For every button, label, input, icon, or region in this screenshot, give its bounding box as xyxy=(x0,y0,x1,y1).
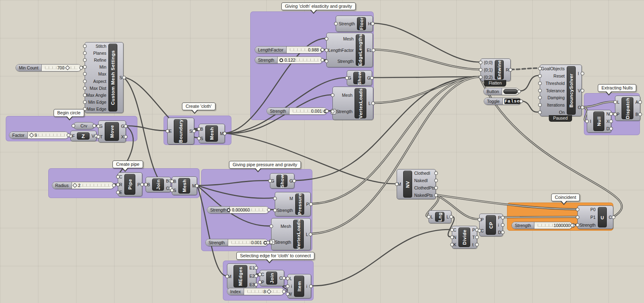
node-nullComp[interactable]: INullNXD xyxy=(587,110,611,133)
node-boundary[interactable]: EBoundaryS xyxy=(167,118,194,145)
slider-radius[interactable]: Radius2 xyxy=(52,182,114,189)
wire[interactable] xyxy=(311,229,451,286)
output-port[interactable] xyxy=(501,231,505,234)
output-port[interactable] xyxy=(509,68,512,72)
input-port[interactable] xyxy=(450,236,454,239)
input-port[interactable] xyxy=(334,22,338,26)
input-port[interactable] xyxy=(479,61,482,65)
input-port[interactable] xyxy=(83,65,87,69)
output-port[interactable] xyxy=(67,134,70,137)
output-port[interactable] xyxy=(79,66,83,70)
slider-strengthPr[interactable]: Strength0.000060 xyxy=(207,206,269,214)
output-port[interactable] xyxy=(195,184,199,188)
slider-strengthVLc[interactable]: Strength0.001 xyxy=(267,107,327,115)
output-port[interactable] xyxy=(609,112,613,116)
input-port[interactable] xyxy=(72,124,75,128)
slider-track[interactable]: 700 xyxy=(42,65,81,71)
node-dispatch[interactable]: LPDispatchAB xyxy=(615,96,640,121)
slider-knob[interactable] xyxy=(65,65,70,70)
node-cp[interactable]: PCCPPiD xyxy=(479,214,503,236)
wire[interactable] xyxy=(197,185,274,198)
input-port[interactable] xyxy=(286,292,289,296)
output-port[interactable] xyxy=(581,106,584,109)
output-port[interactable] xyxy=(475,243,479,247)
wire[interactable] xyxy=(294,77,480,180)
param-crv[interactable]: Crv xyxy=(73,122,94,129)
output-port[interactable] xyxy=(282,276,286,280)
output-port[interactable] xyxy=(292,179,296,183)
input-port[interactable] xyxy=(83,58,87,62)
slider-lengthFactor[interactable]: LengthFactor0.988 xyxy=(255,46,323,53)
input-port[interactable] xyxy=(479,76,482,79)
output-port[interactable] xyxy=(254,274,258,278)
output-port[interactable] xyxy=(122,76,126,80)
input-port[interactable] xyxy=(325,60,328,63)
output-port[interactable] xyxy=(321,48,324,52)
input-port[interactable] xyxy=(258,280,262,284)
output-port[interactable] xyxy=(254,283,258,286)
node-coinc[interactable]: P0P1Strength∪C xyxy=(577,205,613,229)
output-port[interactable] xyxy=(581,89,584,92)
wire[interactable] xyxy=(197,185,226,276)
input-port[interactable] xyxy=(478,218,481,221)
input-port[interactable] xyxy=(331,94,334,97)
input-port[interactable] xyxy=(83,86,87,90)
node-vloadsPipe[interactable]: Mesh✳StrengthVertexLoadsL xyxy=(271,218,311,250)
input-port[interactable] xyxy=(538,81,542,85)
toggle-component[interactable]: ToggleFalse xyxy=(484,98,521,105)
slider-knob[interactable] xyxy=(72,183,77,187)
node-medges[interactable]: MMEdgesE1E2E3 xyxy=(227,263,256,289)
wire[interactable] xyxy=(197,185,270,226)
slider-knob[interactable] xyxy=(267,289,271,294)
input-port[interactable] xyxy=(144,183,148,187)
output-port[interactable] xyxy=(612,216,615,219)
input-port[interactable] xyxy=(331,110,334,114)
input-port[interactable] xyxy=(286,276,289,280)
output-port[interactable] xyxy=(475,236,479,239)
output-port[interactable] xyxy=(519,100,523,103)
button-component[interactable]: Button xyxy=(483,88,519,95)
output-port[interactable] xyxy=(372,48,375,52)
slider-factor[interactable]: Factor9 xyxy=(9,131,69,139)
node-bouncy[interactable]: GoalObjectsResetThresholdToleranceDampin… xyxy=(540,65,582,116)
input-port[interactable] xyxy=(538,96,542,100)
output-port[interactable] xyxy=(192,129,196,133)
wire[interactable] xyxy=(511,68,539,69)
slider-track[interactable]: 0.988 xyxy=(287,47,322,53)
input-port[interactable] xyxy=(116,190,120,194)
input-port[interactable] xyxy=(427,215,431,219)
output-port[interactable] xyxy=(638,100,642,104)
input-port[interactable] xyxy=(395,183,399,186)
slider-track[interactable]: 0.000060 xyxy=(230,207,269,213)
push-button[interactable] xyxy=(503,89,518,94)
output-port[interactable] xyxy=(266,241,270,245)
output-port[interactable] xyxy=(254,266,258,270)
slider-track[interactable]: 9 xyxy=(28,132,68,138)
input-port[interactable] xyxy=(268,179,272,183)
node-showPipe[interactable]: GShowG xyxy=(270,173,294,189)
slider-track[interactable]: 8 xyxy=(244,288,284,295)
input-port[interactable] xyxy=(479,68,482,72)
input-port[interactable] xyxy=(116,183,120,186)
toggle-value[interactable]: False xyxy=(504,98,521,104)
input-port[interactable] xyxy=(96,135,100,139)
wire[interactable] xyxy=(519,76,539,91)
input-port[interactable] xyxy=(450,228,454,232)
slider-track[interactable]: 1000000 xyxy=(534,222,572,229)
output-port[interactable] xyxy=(309,232,312,236)
output-port[interactable] xyxy=(434,179,438,183)
node-nv[interactable]: MNVClothedINakedIClothedPtsNakedPts xyxy=(397,169,436,199)
slider-track[interactable]: 0.001 xyxy=(289,108,327,114)
input-port[interactable] xyxy=(258,272,262,276)
input-port[interactable] xyxy=(225,274,229,278)
slider-track[interactable]: 0.122 xyxy=(278,57,322,63)
output-port[interactable] xyxy=(501,216,505,220)
node-floor[interactable]: StrengthFloorH xyxy=(336,16,373,32)
wire[interactable] xyxy=(503,217,577,217)
output-port[interactable] xyxy=(501,223,505,227)
input-port[interactable] xyxy=(116,175,120,178)
slider-index[interactable]: Index8 xyxy=(227,288,284,295)
node-edgeLengths[interactable]: MeshLengthFactorStrengthEdgeLengthsEL xyxy=(326,33,373,67)
wire[interactable] xyxy=(126,126,166,131)
node-meshCloth[interactable]: BSMeshM xyxy=(199,124,225,143)
